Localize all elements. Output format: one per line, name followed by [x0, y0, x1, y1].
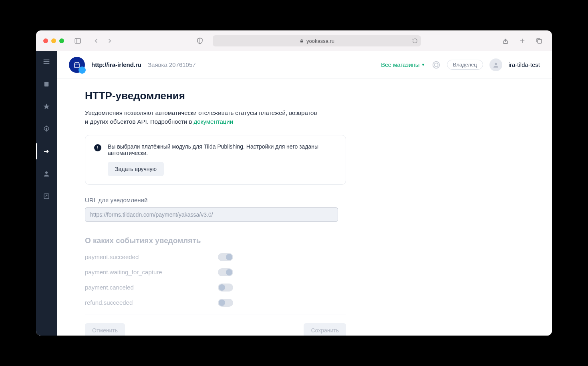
auto-config-notice: ! Вы выбрали платёжный модуль для Tilda … [85, 135, 346, 185]
sidebar-item-profile[interactable] [36, 168, 57, 179]
svg-point-20 [434, 63, 438, 66]
privacy-shield-icon[interactable] [194, 35, 205, 46]
request-id: Заявка 20761057 [148, 61, 196, 68]
events-section-title: О каких событиях уведомлять [85, 236, 365, 245]
svg-rect-17 [44, 194, 49, 199]
app-frame: http://ira-irlend.ru Заявка 20761057 Все… [36, 51, 552, 336]
event-toggle-payment-succeeded[interactable] [218, 253, 233, 261]
notification-url-input[interactable] [85, 207, 338, 222]
svg-point-22 [495, 62, 497, 65]
documentation-link[interactable]: документации [194, 118, 234, 125]
event-toggle-payment-canceled[interactable] [218, 284, 233, 292]
address-bar[interactable]: yookassa.ru [213, 35, 421, 46]
window-controls [43, 38, 64, 43]
all-shops-dropdown[interactable]: Все магазины ▼ [381, 61, 425, 68]
lock-icon [299, 38, 304, 43]
reload-icon[interactable] [412, 38, 418, 44]
tabs-overview-icon[interactable] [534, 35, 545, 46]
content-area: HTTP-уведомления Уведомления позволяют а… [57, 78, 552, 336]
url-field-label: URL для уведомлений [85, 197, 365, 203]
event-row: refund.succeeded [85, 299, 233, 307]
svg-rect-0 [75, 38, 81, 43]
page-title: HTTP-уведомления [85, 90, 365, 102]
sidebar-item-settings[interactable] [36, 123, 57, 135]
close-window-button[interactable] [43, 38, 48, 43]
manual-config-button[interactable]: Задать вручную [108, 162, 164, 176]
browser-titlebar: yookassa.ru [36, 30, 552, 51]
avatar[interactable] [489, 58, 502, 71]
sidebar-item-favorites[interactable] [36, 101, 57, 112]
shop-logo[interactable] [69, 57, 85, 73]
menu-toggle-icon[interactable] [36, 56, 57, 67]
event-label: refund.succeeded [85, 299, 133, 306]
url-field-group: URL для уведомлений [85, 197, 365, 222]
svg-marker-13 [44, 104, 50, 109]
event-row: payment.succeeded [85, 253, 233, 261]
url-text: yookassa.ru [306, 38, 334, 44]
shop-url[interactable]: http://ira-irlend.ru [91, 61, 141, 68]
notice-text: Вы выбрали платёжный модуль для Tilda Pu… [108, 143, 337, 156]
info-icon: ! [94, 144, 101, 151]
theme-toggle-icon[interactable] [432, 60, 441, 69]
back-button[interactable] [91, 35, 102, 46]
event-label: payment.succeeded [85, 253, 139, 260]
forward-button[interactable] [104, 35, 115, 46]
svg-rect-19 [75, 64, 79, 67]
footer-actions: Отменить Сохранить [85, 314, 346, 336]
share-icon[interactable] [500, 35, 511, 46]
sidebar-item-integrations[interactable] [36, 146, 57, 157]
save-button[interactable]: Сохранить [304, 323, 346, 336]
sidebar-toggle-icon[interactable] [72, 35, 83, 46]
sidebar-item-external[interactable] [36, 191, 57, 202]
svg-point-16 [45, 171, 48, 174]
role-badge: Владелец [447, 60, 483, 70]
app-sidebar [36, 51, 57, 336]
browser-window: yookassa.ru [36, 30, 552, 336]
event-label: payment.canceled [85, 284, 134, 291]
sidebar-item-account[interactable] [36, 78, 57, 90]
event-label: payment.waiting_for_capture [85, 269, 162, 276]
main-panel: http://ira-irlend.ru Заявка 20761057 Все… [57, 51, 552, 336]
new-tab-icon[interactable] [517, 35, 528, 46]
svg-point-14 [46, 128, 48, 130]
cancel-button[interactable]: Отменить [85, 323, 125, 336]
svg-point-21 [433, 61, 439, 68]
event-toggle-payment-waiting[interactable] [218, 268, 233, 276]
event-row: payment.waiting_for_capture [85, 268, 233, 276]
username[interactable]: ira-tilda-test [509, 61, 540, 68]
svg-rect-12 [44, 82, 49, 86]
event-row: payment.canceled [85, 284, 233, 292]
minimize-window-button[interactable] [51, 38, 56, 43]
svg-rect-8 [538, 39, 542, 43]
svg-rect-3 [300, 41, 303, 43]
app-header: http://ira-irlend.ru Заявка 20761057 Все… [57, 51, 552, 78]
chevron-down-icon: ▼ [421, 62, 425, 67]
page-description: Уведомления позволяют автоматически отсл… [85, 109, 317, 126]
maximize-window-button[interactable] [59, 38, 64, 43]
event-toggle-refund-succeeded[interactable] [218, 299, 233, 307]
